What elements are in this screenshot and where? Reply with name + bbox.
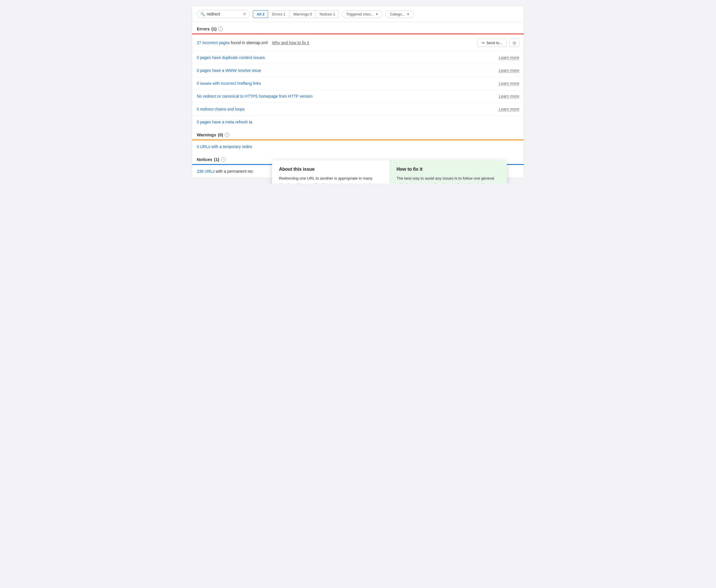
errors-title: Errors (197, 26, 210, 31)
warnings-section-header: Warnings (0) i (192, 128, 524, 140)
errors-info-icon[interactable]: i (218, 27, 223, 31)
triggered-checks-label: Triggered chec... (346, 12, 374, 16)
send-to-label: Send to... (486, 41, 502, 45)
search-box: 🔍 ✕ (197, 10, 250, 18)
redirect-chains-link[interactable]: 0 redirect chains and loops (197, 107, 245, 111)
tab-notices[interactable]: Notices 1 (316, 10, 339, 18)
tab-errors[interactable]: Errors 1 (269, 10, 289, 18)
learn-more-duplicate[interactable]: Learn more (499, 55, 519, 60)
meta-refresh-link[interactable]: 0 pages have a meta refresh ta (197, 120, 252, 124)
errors-count: (1) (211, 26, 216, 31)
category-label: Catego... (390, 12, 405, 16)
error-row-text: 27 incorrect pages found in sitemap.xml … (197, 40, 474, 45)
warnings-section: Warnings (0) i 0 URLs with a temporary r… (192, 128, 524, 153)
error-row-sitemap: 27 incorrect pages found in sitemap.xml … (192, 34, 524, 51)
notices-title: Notices (197, 157, 212, 162)
issue-row-redirect-chains: 0 redirect chains and loops Learn more (192, 103, 524, 116)
hreflang-link[interactable]: 0 issues with incorrect hreflang links (197, 81, 261, 86)
www-resolve-link[interactable]: 0 pages have a WWW resolve issue (197, 68, 261, 73)
issue-row-hreflang: 0 issues with incorrect hreflang links L… (192, 77, 524, 90)
popup-fix-text: The best way to avoid any issues is to f… (397, 175, 500, 184)
warnings-info-icon[interactable]: i (225, 133, 229, 137)
send-redirect-icon: ↪ (481, 41, 485, 45)
learn-more-www[interactable]: Learn more (499, 68, 519, 73)
popup-right-panel: How to fix it The best way to avoid any … (390, 161, 507, 184)
popup-fix-title: How to fix it (397, 167, 500, 172)
why-fix-link[interactable]: Why and how to fix it (272, 40, 309, 45)
warnings-title: Warnings (197, 132, 216, 137)
top-bar: 🔍 ✕ All 2 Errors 1 Warnings 0 Notices 1 … (192, 6, 524, 22)
chevron-down-icon: ▼ (376, 13, 378, 16)
temp-redirect-link[interactable]: 0 URLs with a temporary redire (197, 144, 252, 149)
search-input[interactable] (207, 12, 241, 16)
permanent-redirect-link[interactable]: 238 URLs (197, 169, 214, 173)
errors-section: Errors (1) i 27 incorrect pages found in… (192, 22, 524, 128)
permanent-redirect-suffix: with a permanent rec (216, 169, 253, 173)
clear-search-button[interactable]: ✕ (243, 12, 246, 16)
filter-tabs: All 2 Errors 1 Warnings 0 Notices 1 (253, 10, 339, 18)
error-row-suffix: found in sitemap.xml (231, 40, 268, 45)
incorrect-pages-link[interactable]: 27 incorrect pages (197, 40, 230, 45)
search-icon: 🔍 (201, 12, 205, 16)
tab-all[interactable]: All 2 (253, 10, 268, 18)
issue-row-https: No redirect or canonical to HTTPS homepa… (192, 90, 524, 103)
warnings-count: (0) (218, 132, 223, 137)
tab-warnings[interactable]: Warnings 0 (290, 10, 316, 18)
chevron-down-icon: ▼ (407, 13, 409, 16)
notices-count: (1) (214, 157, 219, 162)
popup-left-panel: About this issue Redirecting one URL to … (272, 161, 390, 184)
issue-row-www: 0 pages have a WWW resolve issue Learn m… (192, 64, 524, 77)
triggered-checks-dropdown[interactable]: Triggered chec... ▼ (342, 10, 383, 18)
issue-row-meta-refresh: 0 pages have a meta refresh ta (192, 116, 524, 128)
eye-icon: ◎ (513, 40, 516, 45)
notices-info-icon[interactable]: i (221, 157, 226, 162)
issue-row-temp-redirect: 0 URLs with a temporary redire (192, 140, 524, 153)
learn-more-https[interactable]: Learn more (499, 94, 519, 99)
duplicate-content-link[interactable]: 0 pages have duplicate content issues (197, 55, 265, 60)
popup-about-title: About this issue (279, 167, 383, 172)
errors-section-header: Errors (1) i (192, 22, 524, 34)
learn-more-hreflang[interactable]: Learn more (499, 81, 519, 86)
issue-popup: About this issue Redirecting one URL to … (272, 161, 507, 184)
issue-row-duplicate: 0 pages have duplicate content issues Le… (192, 51, 524, 64)
https-redirect-link[interactable]: No redirect or canonical to HTTPS homepa… (197, 94, 313, 99)
popup-about-text: Redirecting one URL to another is approp… (279, 175, 383, 184)
learn-more-redirect-chains[interactable]: Learn more (499, 107, 519, 111)
send-to-button[interactable]: ↪ Send to... (477, 39, 507, 47)
eye-button[interactable]: ◎ (509, 38, 519, 47)
category-dropdown[interactable]: Catego... ▼ (385, 10, 414, 18)
